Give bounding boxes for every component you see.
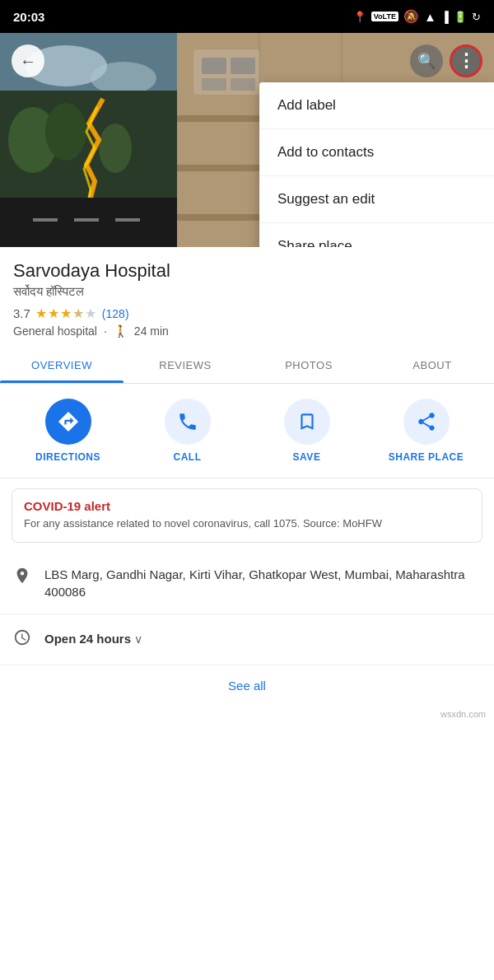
place-type-row: General hospital · 🚶 24 min: [13, 324, 481, 338]
location-icon: 📍: [353, 11, 366, 23]
back-button[interactable]: ←: [12, 44, 44, 77]
separator: ·: [104, 324, 107, 338]
covid-alert: COVID-19 alert For any assistance relate…: [12, 488, 482, 542]
refresh-icon: ↻: [472, 11, 481, 23]
covid-title: COVID-19 alert: [24, 499, 470, 513]
tabs: OVERVIEW REVIEWS PHOTOS ABOUT: [0, 348, 494, 384]
tab-overview[interactable]: OVERVIEW: [0, 348, 124, 383]
more-button[interactable]: ⋮: [450, 44, 482, 77]
chevron-down-icon: ∨: [134, 632, 142, 646]
menu-item-add-label[interactable]: Add label: [259, 82, 494, 129]
svg-point-6: [99, 124, 132, 173]
status-time: 20:03: [13, 10, 44, 24]
battery-icon: 🔋: [454, 11, 467, 23]
covid-text: For any assistance related to novel coro…: [24, 516, 470, 531]
rating-number: 3.7: [13, 306, 30, 320]
save-icon: [296, 411, 318, 432]
directions-button[interactable]: DIRECTIONS: [8, 399, 128, 463]
mute-icon: 🔕: [403, 9, 419, 24]
call-label: CALL: [174, 451, 202, 463]
directions-icon-circle: [45, 399, 91, 445]
share-label: SHARE PLACE: [389, 451, 464, 463]
address-text: LBS Marg, Gandhi Nagar, Kirti Vihar, Gha…: [44, 566, 481, 600]
menu-item-suggest-edit[interactable]: Suggest an edit: [259, 176, 494, 223]
status-bar: 20:03 📍 VoLTE 🔕 ▲ ▐ 🔋 ↻: [0, 0, 494, 33]
tab-reviews[interactable]: REVIEWS: [124, 348, 247, 383]
svg-point-2: [91, 62, 156, 95]
tab-photos[interactable]: PHOTOS: [247, 348, 370, 383]
status-icons: 📍 VoLTE 🔕 ▲ ▐ 🔋 ↻: [353, 9, 481, 24]
save-button[interactable]: SAVE: [247, 399, 366, 463]
signal-icon: ▐: [441, 11, 449, 23]
address-icon: [13, 567, 31, 590]
walk-time: 24 min: [134, 324, 169, 338]
svg-rect-9: [74, 218, 99, 222]
svg-rect-10: [115, 218, 140, 222]
volte-badge: VoLTE: [371, 12, 398, 21]
walk-icon: 🚶: [114, 324, 128, 338]
review-count[interactable]: (128): [102, 307, 129, 320]
see-all-button[interactable]: See all: [0, 665, 494, 706]
hours-row[interactable]: Open 24 hours ∨: [0, 614, 494, 665]
svg-rect-7: [0, 198, 177, 247]
share-icon-circle: [403, 399, 450, 445]
share-icon: [416, 411, 437, 432]
hours-text: Open 24 hours ∨: [44, 630, 142, 648]
menu-item-add-contacts[interactable]: Add to contacts: [259, 129, 494, 176]
save-icon-circle: [284, 399, 330, 445]
call-icon: [177, 411, 198, 432]
share-button[interactable]: SHARE PLACE: [366, 399, 486, 463]
place-type: General hospital: [13, 324, 97, 338]
watermark: wsxdn.com: [0, 706, 494, 722]
call-button[interactable]: CALL: [128, 399, 247, 463]
menu-item-share-place[interactable]: Share place: [259, 223, 494, 247]
place-name: Sarvodaya Hospital: [13, 260, 481, 282]
address-row[interactable]: LBS Marg, Gandhi Nagar, Kirti Vihar, Gha…: [0, 553, 494, 614]
rating-row: 3.7 ★★★★★ (128): [13, 306, 481, 321]
hours-icon: [13, 628, 31, 651]
directions-icon: [57, 410, 80, 433]
tab-about[interactable]: ABOUT: [370, 348, 494, 383]
place-name-local: सर्वोदय हॉस्पिटल: [13, 284, 481, 299]
back-arrow-icon: ←: [20, 52, 36, 71]
place-info: Sarvodaya Hospital सर्वोदय हॉस्पिटल 3.7 …: [0, 247, 494, 348]
stars: ★★★★★: [35, 306, 97, 321]
more-icon: ⋮: [457, 50, 475, 72]
call-icon-circle: [165, 399, 211, 445]
image-section: ← 🔍 ⋮ Add label Add to contacts Suggest …: [0, 33, 494, 247]
svg-rect-8: [33, 218, 58, 222]
search-button[interactable]: 🔍: [410, 44, 443, 77]
dropdown-menu: Add label Add to contacts Suggest an edi…: [259, 82, 494, 247]
svg-point-5: [45, 103, 86, 161]
top-right-icons: 🔍 ⋮: [410, 44, 482, 77]
search-icon: 🔍: [417, 52, 436, 70]
save-label: SAVE: [293, 451, 321, 463]
directions-label: DIRECTIONS: [35, 451, 100, 463]
action-buttons: DIRECTIONS CALL SAVE SHARE PLACE: [0, 384, 494, 478]
wifi-icon: ▲: [424, 10, 436, 24]
